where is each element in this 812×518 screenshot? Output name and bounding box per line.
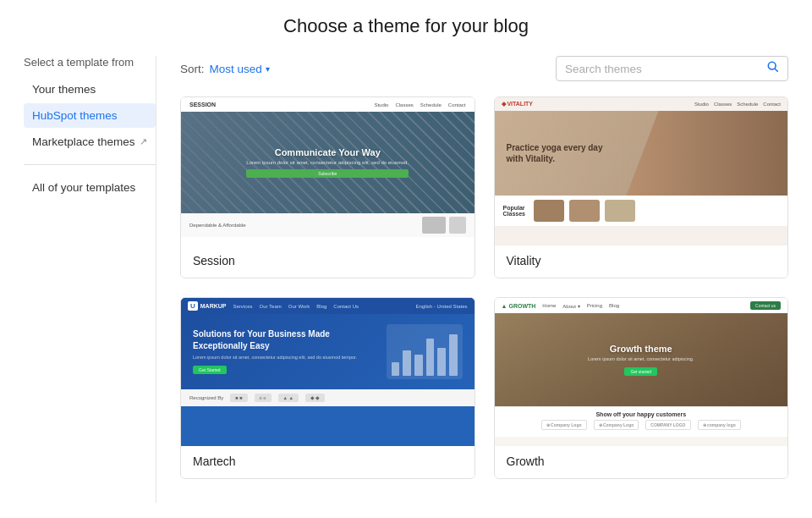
martech-hero-subtext: Lorem ipsum dolor sit amet, consectetur … (193, 355, 378, 360)
session-hero-heading: Communicate Your Way (246, 147, 409, 157)
martech-hero: Solutions for Your Business Made Excepti… (181, 314, 475, 389)
session-nav: SESSION Studio Classes Schedule Contact (181, 97, 475, 112)
sidebar-divider (24, 164, 156, 165)
vitality-hero: Practice yoga every day with Vitality. (495, 111, 788, 196)
chevron-down-icon: ▾ (266, 64, 270, 74)
martech-bar-2 (403, 350, 411, 376)
growth-nav-cta: Contact us (750, 301, 781, 310)
sidebar-section-label: Select a template from (24, 56, 156, 69)
theme-name-session: Session (181, 245, 475, 278)
sidebar-item-hubspot-themes[interactable]: HubSpot themes (24, 103, 156, 128)
growth-logo: ▲ GROWTH (502, 303, 536, 309)
search-box (556, 56, 788, 81)
theme-card-session[interactable]: SESSION Studio Classes Schedule Contact … (180, 96, 475, 278)
growth-hero: Growth theme Lorem ipsum dolor sit amet,… (495, 313, 788, 406)
sidebar-item-marketplace-themes[interactable]: Marketplace themes ↗ (24, 130, 156, 154)
vitality-thumb-1 (534, 200, 564, 222)
session-hero: Communicate Your Way Lorem ipsum dolor s… (181, 112, 475, 213)
theme-grid: SESSION Studio Classes Schedule Contact … (180, 96, 788, 479)
sidebar-item-label: Marketplace themes (32, 135, 135, 148)
martech-footer-award-4: ◆ ◆ (305, 394, 326, 402)
session-hero-text: Communicate Your Way Lorem ipsum dolor s… (246, 147, 409, 178)
growth-hero-subtext: Lorem ipsum dolor sit amet, consectetur … (588, 356, 694, 361)
toolbar: Sort: Most used ▾ (180, 56, 788, 81)
martech-nav-links: Services Our Team Our Work Blog Contact … (233, 304, 409, 309)
growth-footer-heading: Show off your happy customers (503, 411, 780, 417)
sort-area: Sort: Most used ▾ (180, 63, 270, 75)
theme-card-martech[interactable]: U MARKUP Services Our Team Our Work Blog… (180, 297, 475, 479)
vitality-thumb-2 (569, 200, 600, 222)
martech-footer-award-2: ≡ ≡ (255, 394, 272, 402)
sort-label: Sort: (180, 63, 205, 75)
vitality-hero-person (626, 111, 787, 196)
growth-logo-3: COMPANY LOGO (645, 420, 690, 430)
session-thumb (422, 217, 446, 234)
session-footer-images (422, 217, 466, 234)
search-input[interactable] (565, 63, 767, 75)
martech-logo: U MARKUP (188, 301, 227, 311)
vitality-nav: ◆ VITALITY Studio Classes Schedule Conta… (495, 97, 788, 111)
martech-bar-4 (426, 339, 435, 376)
growth-hero-cta: Get started (624, 367, 657, 376)
martech-hero-heading: Solutions for Your Business Made Excepti… (193, 328, 378, 352)
theme-name-martech: Martech (181, 446, 475, 478)
vitality-classes-label: Popular (503, 205, 525, 211)
theme-card-vitality[interactable]: ◆ VITALITY Studio Classes Schedule Conta… (494, 96, 789, 278)
theme-name-vitality: Vitality (495, 245, 788, 278)
sidebar: Select a template from Your themes HubSp… (0, 56, 156, 503)
session-logo: SESSION (189, 102, 367, 107)
martech-hero-text: Solutions for Your Business Made Excepti… (193, 328, 378, 375)
vitality-logo: ◆ VITALITY (502, 101, 689, 107)
growth-logo-1: ⊕ Company Logo (541, 420, 587, 430)
vitality-classes-label-group: Popular Classes (503, 205, 525, 217)
session-nav-links: Studio Classes Schedule Contact (374, 102, 465, 107)
sidebar-item-label: HubSpot themes (32, 109, 118, 122)
martech-footer-label: Recognized By (189, 395, 223, 400)
vitality-hero-heading: Practice yoga every day with Vitality. (507, 142, 608, 164)
martech-bar-1 (392, 362, 400, 377)
martech-nav: U MARKUP Services Our Team Our Work Blog… (181, 298, 475, 314)
session-footer-text: Dependable & Affordable (189, 223, 246, 228)
martech-nav-right: English - United States (415, 304, 467, 309)
main-content: Sort: Most used ▾ (156, 56, 812, 503)
session-hero-cta: Subscribe (246, 169, 409, 178)
search-button[interactable] (767, 61, 779, 76)
vitality-hero-text: Practice yoga every day with Vitality. (507, 142, 608, 164)
growth-logos: ⊕ Company Logo ⊕ Company Logo COMPANY LO… (503, 417, 780, 433)
sidebar-item-your-themes[interactable]: Your themes (24, 77, 156, 102)
theme-preview-growth: ▲ GROWTH Home About ▾ Pricing Blog Conta… (495, 298, 788, 446)
sidebar-item-all-templates[interactable]: All of your templates (24, 175, 156, 200)
sort-button[interactable]: Most used ▾ (210, 63, 270, 75)
martech-footer-award-3: ▲ ▲ (278, 394, 299, 402)
vitality-thumb-3 (605, 200, 635, 222)
martech-bar-5 (437, 348, 446, 376)
session-hero-subtext: Lorem ipsum dolor sit amet, consectetur … (246, 160, 409, 165)
vitality-nav-links: Studio Classes Schedule Contact (694, 102, 781, 107)
search-icon (767, 61, 779, 76)
svg-line-1 (775, 69, 777, 71)
session-footer: Dependable & Affordable (181, 213, 475, 237)
martech-bar-3 (414, 355, 423, 376)
theme-preview-vitality: ◆ VITALITY Studio Classes Schedule Conta… (495, 97, 788, 245)
growth-hero-heading: Growth theme (588, 344, 694, 354)
page-title: Choose a theme for your blog (0, 0, 812, 56)
martech-footer-award-1: ■ ■ (230, 394, 247, 402)
external-link-icon: ↗ (140, 136, 147, 147)
theme-preview-session: SESSION Studio Classes Schedule Contact … (181, 97, 475, 245)
sidebar-item-label: Your themes (32, 83, 96, 96)
martech-footer: Recognized By ■ ■ ≡ ≡ ▲ ▲ ◆ ◆ (181, 389, 475, 406)
martech-hero-cta: Get Started (193, 366, 227, 374)
growth-footer: Show off your happy customers ⊕ Company … (495, 406, 788, 437)
vitality-classes-section: Popular Classes (495, 196, 788, 226)
theme-preview-martech: U MARKUP Services Our Team Our Work Blog… (181, 298, 475, 446)
sort-value: Most used (210, 63, 262, 75)
martech-bar-6 (449, 334, 458, 377)
theme-name-growth: Growth (495, 446, 788, 478)
growth-hero-text: Growth theme Lorem ipsum dolor sit amet,… (588, 344, 694, 377)
growth-logo-2: ⊕ Company Logo (594, 420, 639, 430)
growth-logo-4: ⊕ company logo (698, 420, 741, 430)
vitality-classes-label2: Classes (503, 211, 525, 217)
growth-nav-links: Home About ▾ Pricing Blog (542, 303, 743, 309)
theme-card-growth[interactable]: ▲ GROWTH Home About ▾ Pricing Blog Conta… (494, 297, 789, 479)
martech-chart (387, 324, 463, 379)
